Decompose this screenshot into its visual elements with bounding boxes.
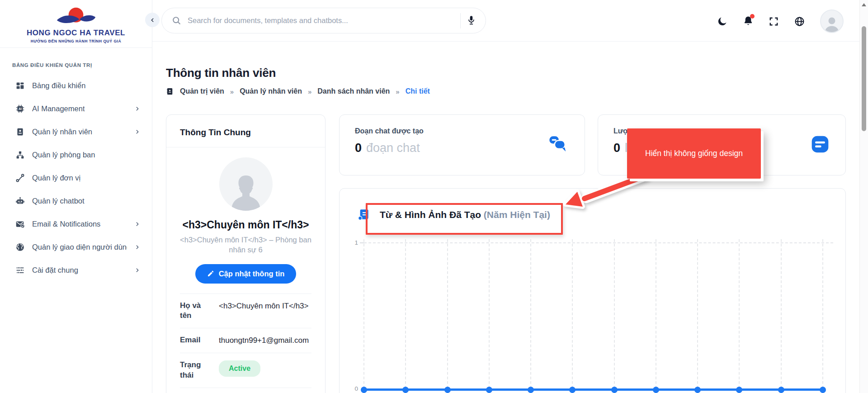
chevron-right-icon xyxy=(134,267,140,273)
chart-point[interactable] xyxy=(778,387,784,393)
page-title: Thông tin nhân viên xyxy=(166,66,276,80)
sidebar: HONG NGOC HA TRAVEL HƯỚNG ĐẾN NHỮNG HÀNH… xyxy=(0,0,152,393)
profile-card-header: Thông Tin Chung xyxy=(166,115,325,147)
sidebar-item-unit-management[interactable]: Quản lý đơn vị xyxy=(15,166,140,189)
scrollbar[interactable] xyxy=(859,0,868,393)
search-bar xyxy=(161,8,486,33)
chart-vertical-gridline xyxy=(363,239,364,393)
chart-plot xyxy=(364,239,823,393)
profile-name: <h3>Chuyên môn IT</h3> xyxy=(180,219,311,231)
y-axis-tick-label: 1 xyxy=(346,239,358,246)
sidebar-item-general-settings[interactable]: Cài đặt chung xyxy=(15,259,140,282)
person-silhouette-icon xyxy=(823,15,841,32)
sidebar-item-label: Bảng điều khiển xyxy=(32,81,85,90)
sidebar-item-ai-management[interactable]: AI AI Management xyxy=(15,97,140,120)
chevron-left-icon xyxy=(150,17,156,23)
stat-card-inner: Đoạn chat được tạo 0đoạn chat xyxy=(340,115,585,175)
status-badge: Active xyxy=(219,360,260,377)
search-icon xyxy=(172,16,181,25)
admin-book-icon xyxy=(166,87,174,95)
scrollbar-up-arrow[interactable] xyxy=(862,3,866,6)
field-value: Active xyxy=(219,360,260,377)
profile-card: Thông Tin Chung <h3>Chuyên môn IT</h3> <… xyxy=(166,114,326,393)
breadcrumb-separator: » xyxy=(230,88,234,95)
breadcrumb-separator: » xyxy=(396,88,399,95)
chevron-right-icon xyxy=(134,221,140,227)
chart-vertical-gridline xyxy=(781,239,782,393)
field-value: <h3>Chuyên môn IT</h3> xyxy=(219,301,308,312)
sitemap-icon xyxy=(15,150,25,160)
search-input[interactable] xyxy=(188,16,454,25)
chart-vertical-gridline xyxy=(739,239,740,393)
fullscreen-button[interactable] xyxy=(769,16,779,27)
microphone-icon xyxy=(467,15,476,26)
search-divider xyxy=(460,13,461,28)
chart-point[interactable] xyxy=(486,387,492,393)
sidebar-item-ui-management[interactable]: Quản lý giao diện người dùng xyxy=(15,236,140,259)
language-button[interactable] xyxy=(794,16,805,27)
dark-mode-button[interactable] xyxy=(717,16,728,27)
chart-point[interactable] xyxy=(653,387,659,393)
fullscreen-icon xyxy=(769,16,779,27)
chart-point[interactable] xyxy=(569,387,576,393)
logo-title: HONG NGOC HA TRAVEL xyxy=(27,28,125,38)
sidebar-item-label: Quản lý đơn vị xyxy=(32,174,80,182)
stat-card-chats-created: Đoạn chat được tạo 0đoạn chat xyxy=(339,114,585,175)
ai-chip-icon: AI xyxy=(15,104,25,114)
chart-point[interactable] xyxy=(694,387,701,393)
sidebar-item-chatbot-management[interactable]: Quản lý chatbot xyxy=(15,189,140,213)
avatar[interactable] xyxy=(820,9,844,33)
chart-point[interactable] xyxy=(528,387,534,393)
breadcrumb-item[interactable]: Quản lý nhân viên xyxy=(240,87,302,95)
topbar-actions xyxy=(717,9,844,33)
field-row-email: Email thuongtn99+1@gmail.com xyxy=(180,328,311,353)
mail-check-icon xyxy=(15,219,25,229)
id-card-icon xyxy=(15,127,25,137)
sidebar-collapse-button[interactable] xyxy=(145,13,160,27)
chart-point[interactable] xyxy=(361,387,367,393)
chart-point[interactable] xyxy=(444,387,451,393)
sidebar-item-employee-management[interactable]: Quản lý nhân viên xyxy=(15,120,140,143)
chart-vertical-gridline xyxy=(822,239,823,393)
chart-vertical-gridline xyxy=(697,239,698,393)
sidebar-item-email-notifications[interactable]: Email & Notifications xyxy=(15,213,140,236)
breadcrumb: Quản trị viên » Quản lý nhân viên » Danh… xyxy=(166,87,430,95)
breadcrumb-current: Chi tiết xyxy=(406,87,430,95)
breadcrumb-item[interactable]: Danh sách nhân viên xyxy=(317,87,390,95)
stat-value-row: 0đoạn chat xyxy=(355,141,569,155)
breadcrumb-item[interactable]: Quản trị viên xyxy=(180,87,224,95)
chart-vertical-gridline xyxy=(572,239,573,393)
profile-subtitle: <h3>Chuyên môn IT</h3> – Phòng ban nhân … xyxy=(180,235,311,255)
sidebar-item-label: Quản lý chatbot xyxy=(32,197,85,205)
chart-point[interactable] xyxy=(820,387,826,393)
sidebar-item-label: Quản lý phòng ban xyxy=(32,151,95,159)
chart-point[interactable] xyxy=(611,387,618,393)
chart-vertical-gridline xyxy=(405,239,406,393)
sidebar-item-dashboard[interactable]: Bảng điều khiển xyxy=(15,74,140,97)
stat-unit: đoạn chat xyxy=(366,141,420,155)
field-label: Email xyxy=(180,335,212,346)
stat-label: Đoạn chat được tạo xyxy=(355,127,569,135)
voice-search-button[interactable] xyxy=(467,15,476,26)
sidebar-nav: Bảng điều khiển AI AI Management Quản lý… xyxy=(0,71,152,282)
update-info-button[interactable]: Cập nhật thông tin xyxy=(195,264,297,284)
chevron-right-icon xyxy=(134,244,140,250)
profile-avatar xyxy=(219,157,273,211)
sidebar-item-label: Cài đặt chung xyxy=(32,266,78,275)
field-label: Họ và tên xyxy=(180,301,212,322)
topbar xyxy=(152,0,868,42)
sidebar-item-department-management[interactable]: Quản lý phòng ban xyxy=(15,143,140,166)
globe-icon xyxy=(794,16,805,27)
message-square-icon xyxy=(810,134,830,156)
scrollbar-thumb[interactable] xyxy=(862,26,866,131)
annotation-box: Hiển thị không giống design xyxy=(627,128,761,179)
notifications-button[interactable] xyxy=(743,15,754,27)
chart-vertical-gridline xyxy=(447,239,448,393)
chat-bubbles-icon xyxy=(548,135,569,156)
stat-value: 0 xyxy=(355,141,362,155)
logo-icon xyxy=(54,6,98,28)
svg-text:AI: AI xyxy=(19,107,22,110)
chart-point[interactable] xyxy=(736,387,742,393)
chart-point[interactable] xyxy=(402,387,409,393)
chart-vertical-gridline xyxy=(530,239,531,393)
